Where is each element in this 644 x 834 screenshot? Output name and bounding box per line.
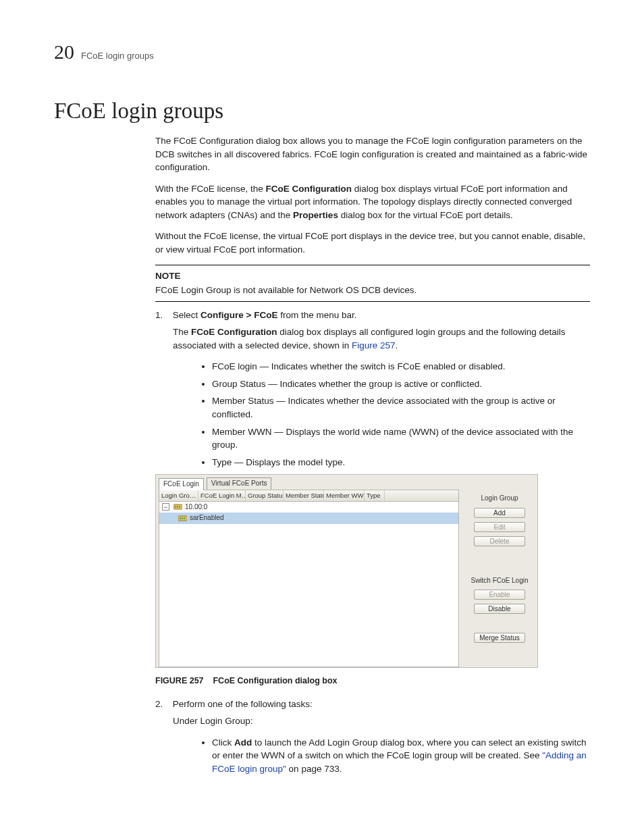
col-member-wwn[interactable]: Member WWN (324, 490, 365, 501)
intro-p1: The FCoE Configuration dialog box allows… (155, 134, 590, 174)
step-2: 2. Perform one of the following tasks: (155, 698, 590, 711)
col-type[interactable]: Type (365, 490, 385, 501)
add-button[interactable]: Add (474, 508, 525, 518)
step-2-bullet-b: Add (234, 737, 252, 748)
intro-p2-a: With the FCoE license, the (155, 184, 266, 194)
expander-icon[interactable]: − (162, 503, 169, 511)
step-2-text: Perform one of the following tasks: (173, 699, 313, 709)
tree-child-label: sarEnabled (190, 513, 224, 523)
figure-caption-text: FCoE Configuration dialog box (213, 676, 337, 685)
note-head: NOTE (155, 269, 590, 283)
svg-rect-6 (182, 517, 183, 519)
step-1-sub: The FCoE Configuration dialog box displa… (173, 325, 590, 352)
chapter-number: 20 (54, 41, 74, 63)
svg-rect-5 (180, 517, 181, 519)
step-1-sub-b: FCoE Configuration (191, 327, 277, 337)
page-title: FCoE login groups (54, 99, 590, 124)
intro-p3: Without the FCoE license, the virtual FC… (155, 230, 590, 256)
svg-rect-2 (177, 506, 178, 508)
bullet-type: Type — Displays the model type. (212, 456, 590, 469)
note-rule-top (155, 265, 590, 265)
step-1-text-b: Configure > FCoE (200, 310, 277, 320)
enable-button[interactable]: Enable (474, 590, 525, 600)
figure-link[interactable]: Figure 257 (352, 340, 396, 350)
switch-icon (178, 515, 187, 522)
tree-root-label: 10.00:0 (185, 502, 207, 513)
svg-rect-7 (184, 517, 185, 519)
note-rule-bottom (155, 301, 590, 302)
tab-fcoe-login[interactable]: FCoE Login (159, 478, 204, 490)
tree-root-row[interactable]: − 10.00:0 (159, 502, 458, 513)
step-2-bullet-c: to launch the Add Login Group dialog box… (212, 737, 587, 761)
col-fcoe-login-m[interactable]: FCoE Login M… (198, 490, 246, 501)
running-title: FCoE login groups (81, 51, 154, 61)
step-1-number: 1. (155, 309, 170, 322)
grid-header: Login Gro… ▲ FCoE Login M… Group Status … (159, 490, 459, 502)
intro-p2: With the FCoE license, the FCoE Configur… (155, 182, 590, 222)
bullet-member-status: Member Status — Indicates whether the de… (212, 394, 590, 421)
delete-button[interactable]: Delete (474, 536, 525, 546)
step-2-bullet: Click Add to launch the Add Login Group … (212, 736, 590, 776)
bullet-member-wwn: Member WWN — Displays the world wide nam… (212, 425, 590, 452)
tree-child-row[interactable]: sarEnabled (159, 513, 458, 524)
step-2-bullet-d: on page 733. (286, 764, 342, 774)
edit-button[interactable]: Edit (474, 522, 525, 532)
figure-caption-label: FIGURE 257 (155, 676, 204, 685)
note-body: FCoE Login Group is not available for Ne… (155, 284, 590, 297)
step-1-text-a: Select (173, 310, 200, 320)
svg-rect-1 (175, 506, 176, 508)
bullet-group-status: Group Status — Indicates whether the gro… (212, 377, 590, 391)
fcoe-config-dialog: FCoE Login Virtual FCoE Ports Login Gro…… (155, 474, 538, 667)
switch-icon (173, 503, 182, 511)
step-1-text-c: from the menu bar. (277, 310, 356, 320)
step-1-sub-d: . (395, 340, 398, 350)
svg-rect-3 (179, 506, 180, 508)
merge-status-button[interactable]: Merge Status (474, 633, 525, 643)
step-1: 1. Select Configure > FCoE from the menu… (155, 309, 590, 322)
switch-fcoe-login-label: Switch FCoE Login (467, 576, 532, 586)
grid-body[interactable]: − 10.00:0 sarEnabled (159, 502, 459, 667)
step-2-bullet-a: Click (212, 737, 234, 748)
intro-p2-b: FCoE Configuration (266, 184, 352, 194)
intro-p2-d: Properties (293, 210, 338, 220)
bullet-fcoe-login: FCoE login — Indicates whether the switc… (212, 360, 590, 373)
step-1-sub-a: The (173, 327, 191, 337)
tab-virtual-ports[interactable]: Virtual FCoE Ports (207, 477, 272, 490)
login-group-label: Login Group (467, 494, 532, 504)
step-2-number: 2. (155, 698, 170, 711)
disable-button[interactable]: Disable (474, 604, 525, 614)
figure-caption: FIGURE 257 FCoE Configuration dialog box (155, 675, 590, 687)
col-group-status[interactable]: Group Status (246, 490, 284, 501)
step-2-sub: Under Login Group: (173, 714, 590, 728)
col-login-group[interactable]: Login Gro… ▲ (159, 490, 198, 501)
intro-p2-e: dialog box for the virtual FCoE port det… (338, 210, 513, 220)
col-member-status[interactable]: Member Status (284, 490, 324, 501)
